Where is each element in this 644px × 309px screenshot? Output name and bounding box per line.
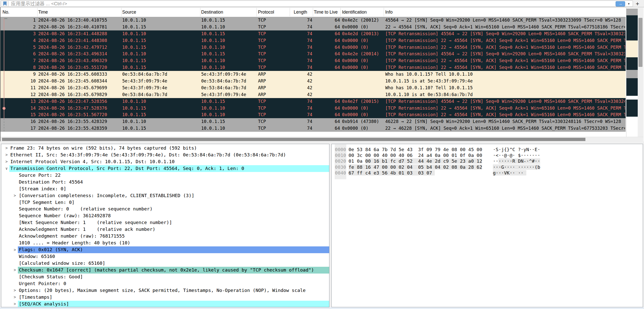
column-separator[interactable] xyxy=(121,8,121,16)
packet-row[interactable]: 62024-08-26 16:23:43.49631410.0.1.1010.0… xyxy=(1,51,626,57)
hex-bytes[interactable]: 0e 53 84 6a 7b 7d 5e 43 3f 09 79 4e 08 0… xyxy=(349,147,482,152)
detail-row-expandable[interactable]: >Flags: 0x012 (SYN, ACK) xyxy=(1,246,329,253)
detail-row[interactable]: [TCP Segment Len: 0] xyxy=(1,199,329,206)
packet-row[interactable]: 42024-08-26 16:23:41.44830810.0.1.1510.0… xyxy=(1,37,626,44)
column-separator[interactable] xyxy=(384,8,384,16)
expand-arrow-icon[interactable]: > xyxy=(4,146,9,150)
packet-list-horizontal-scrollbar[interactable] xyxy=(1,137,643,142)
vertical-scrollbar-thumb[interactable] xyxy=(638,18,642,67)
column-header-source[interactable]: Source xyxy=(122,7,198,17)
column-separator[interactable] xyxy=(37,8,37,16)
filter-dropdown-caret-icon[interactable]: ▼ xyxy=(627,2,630,5)
detail-row[interactable]: [Checksum Status: Good] xyxy=(1,274,329,280)
hex-row[interactable]: 002001 0a 00 16 b1 fc d7 52 44 4e 2d c9 … xyxy=(332,158,643,164)
packet-list-vertical-scrollbar[interactable] xyxy=(638,8,643,137)
hex-bytes[interactable]: fe 88 16 47 00 00 02 04 05 b4 04 02 08 0… xyxy=(349,164,482,170)
horizontal-scrollbar-thumb[interactable] xyxy=(2,138,585,141)
hex-ascii[interactable]: ·······R DN-·^#·· xyxy=(493,158,540,164)
detail-row-expandable[interactable]: >Checksum: 0x1647 [correct] (matches par… xyxy=(1,267,329,274)
cell-source: 10.0.1.15 xyxy=(122,37,199,44)
packet-row[interactable]: 72024-08-26 16:23:43.49632910.0.1.1510.0… xyxy=(1,57,626,64)
detail-text: Acknowledgment number (raw): 768171555 xyxy=(18,233,329,240)
detail-row[interactable]: Urgent Pointer: 0 xyxy=(1,280,329,287)
detail-row-expandable[interactable]: >Options: (20 bytes), Maximum segment si… xyxy=(1,287,329,294)
detail-row-expandable[interactable]: >[Timestamps] xyxy=(1,294,329,301)
hex-row[interactable]: 0030fe 88 16 47 00 00 02 04 05 b4 04 02 … xyxy=(332,164,643,170)
detail-row[interactable]: [Calculated window size: 65160] xyxy=(1,260,329,267)
detail-row-expandable[interactable]: ∨Transmission Control Protocol, Src Port… xyxy=(1,165,329,172)
packet-row[interactable]: 12024-08-26 16:23:40.41075510.0.1.1010.0… xyxy=(1,17,626,24)
column-separator[interactable] xyxy=(290,8,290,16)
column-separator[interactable] xyxy=(340,8,341,16)
detail-row-expandable[interactable]: >Internet Protocol Version 4, Src: 10.0.… xyxy=(1,158,329,165)
cell-length: 74 xyxy=(291,51,312,57)
packet-row[interactable]: 122024-08-26 16:23:45.6798290e:53:84:6a:… xyxy=(1,91,626,98)
column-header-identification[interactable]: Identification xyxy=(342,7,382,17)
column-separator[interactable] xyxy=(200,8,200,16)
column-header-protocol[interactable]: Protocol xyxy=(258,7,288,17)
column-header-info[interactable]: Info xyxy=(385,7,624,17)
packet-row[interactable]: 52024-08-26 16:23:42.47971210.0.1.1510.0… xyxy=(1,44,626,51)
detail-row[interactable]: [Stream index: 0] xyxy=(1,186,329,192)
packet-row[interactable]: 102024-08-26 16:23:45.6083445e:43:3f:09:… xyxy=(1,78,626,84)
detail-row-expandable[interactable]: >Frame 23: 74 bytes on wire (592 bits), … xyxy=(1,145,329,152)
expand-arrow-icon[interactable]: > xyxy=(4,159,9,164)
column-header-destination[interactable]: Destination xyxy=(201,7,254,17)
packet-row[interactable]: 32024-08-26 16:23:41.44828810.0.1.1010.0… xyxy=(1,30,626,37)
filter-bookmark-button[interactable] xyxy=(2,1,9,6)
expand-arrow-icon[interactable]: > xyxy=(12,302,18,306)
hex-row[interactable]: 001000 3c 00 00 40 00 40 06 24 a4 0a 00 … xyxy=(332,152,643,158)
packet-row[interactable]: 162024-08-26 16:23:55.42832910.0.1.1010.… xyxy=(1,118,626,125)
detail-row[interactable]: Source Port: 22 xyxy=(1,172,329,179)
cell-length: 74 xyxy=(291,111,312,118)
cell-no: 3 xyxy=(7,30,36,37)
column-header-no[interactable]: No. xyxy=(3,7,35,17)
expand-arrow-icon[interactable]: > xyxy=(12,268,18,272)
detail-row[interactable]: [Next Sequence Number: 1 (relative seque… xyxy=(1,219,329,226)
column-header-ttl[interactable]: Time to Live xyxy=(314,7,339,17)
detail-row-expandable[interactable]: >[SEQ/ACK analysis] xyxy=(1,301,329,307)
hex-row[interactable]: 004067 ff c4 e3 56 4b 01 03 03 07 g···VK… xyxy=(332,170,643,176)
expand-arrow-icon[interactable]: > xyxy=(12,295,18,299)
detail-row[interactable]: Acknowledgment number (raw): 768171555 xyxy=(1,233,329,240)
hex-row[interactable]: 00000e 53 84 6a 7b 7d 5e 43 3f 09 79 4e … xyxy=(332,147,643,152)
packet-row[interactable]: 22024-08-26 16:23:40.41078110.0.1.1510.0… xyxy=(1,24,626,30)
column-separator[interactable] xyxy=(313,8,313,16)
hex-bytes[interactable]: 67 ff c4 e3 56 4b 01 03 03 07 xyxy=(349,170,435,176)
column-header-length[interactable]: Length xyxy=(294,7,311,17)
detail-row[interactable]: 1010 .... = Header Length: 40 bytes (10) xyxy=(1,240,329,246)
detail-row-expandable[interactable]: >Ethernet II, Src: 5e:43:3f:09:79:4e (5e… xyxy=(1,152,329,158)
packet-row[interactable]: 82024-08-26 16:23:45.55172010.0.1.1510.0… xyxy=(1,64,626,71)
expand-arrow-icon[interactable]: > xyxy=(12,248,18,252)
detail-row[interactable]: Sequence Number (raw): 3612492878 xyxy=(1,212,329,219)
hex-ascii[interactable]: ·<··@·@· $······· xyxy=(493,152,540,158)
expand-arrow-icon[interactable]: > xyxy=(12,288,18,293)
detail-row-expandable[interactable]: >[Conversation completeness: Incomplete,… xyxy=(1,192,329,199)
hex-ascii[interactable]: g···VK·· ·· xyxy=(493,170,526,176)
packet-row[interactable]: 92024-08-26 16:23:45.6083330e:53:84:6a:7… xyxy=(1,71,626,78)
minimap-segment-cream xyxy=(626,40,638,57)
expand-arrow-icon[interactable]: > xyxy=(12,193,18,198)
detail-row[interactable]: Sequence Number: 0 (relative sequence nu… xyxy=(1,206,329,212)
detail-row[interactable]: Window: 65160 xyxy=(1,253,329,260)
apply-filter-button[interactable]: → xyxy=(616,1,625,7)
hex-ascii[interactable]: ···G···· ······(b xyxy=(493,164,540,170)
collapse-arrow-icon[interactable]: ∨ xyxy=(4,166,9,171)
packet-row[interactable]: 172024-08-26 16:23:55.42835910.0.1.1510.… xyxy=(1,125,626,132)
expand-arrow-icon[interactable]: > xyxy=(4,153,9,157)
column-header-time[interactable]: Time xyxy=(38,7,119,17)
hex-bytes[interactable]: 01 0a 00 16 b1 fc d7 52 44 4e 2d c9 5e 2… xyxy=(349,158,482,164)
column-separator[interactable] xyxy=(256,8,257,16)
add-filter-button[interactable]: + xyxy=(634,1,641,7)
display-filter-input[interactable]: 应用显示过滤器 ... <Ctrl-/> → ▼ + xyxy=(1,1,633,7)
packet-row[interactable]: 132024-08-26 16:23:47.52835610.0.1.1010.… xyxy=(1,98,626,105)
packet-row[interactable]: 152024-08-26 16:23:51.56772010.0.1.1510.… xyxy=(1,111,626,118)
hex-bytes[interactable]: 00 3c 00 00 40 00 40 06 24 a4 0a 00 01 0… xyxy=(349,152,482,158)
packet-list-minimap[interactable] xyxy=(626,8,638,137)
cell-identification xyxy=(342,84,383,91)
packet-row[interactable]: 112024-08-26 16:23:45.6796995e:43:3f:09:… xyxy=(1,84,626,91)
detail-row[interactable]: Acknowledgment Number: 1 (relative ack n… xyxy=(1,226,329,233)
hex-ascii[interactable]: ·S·j{}^C ?·yN··E· xyxy=(493,147,540,152)
detail-row[interactable]: Destination Port: 45564 xyxy=(1,179,329,186)
packet-row[interactable]: 142024-08-26 16:23:47.52837610.0.1.1510.… xyxy=(1,105,626,112)
